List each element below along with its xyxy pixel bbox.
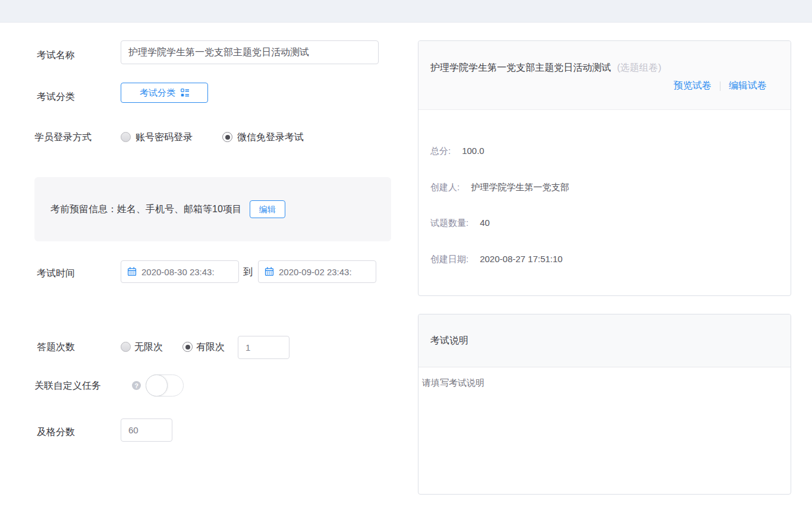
radio-account-login[interactable] bbox=[121, 132, 131, 142]
radio-limited-attempts-label[interactable]: 有限次 bbox=[196, 341, 225, 353]
exam-description-card: 考试说明 请填写考试说明 bbox=[418, 314, 791, 495]
reserved-info-text: 考前预留信息：姓名、手机号、邮箱等10项目 bbox=[51, 203, 242, 216]
preview-paper-link[interactable]: 预览试卷 bbox=[673, 80, 712, 92]
top-bar bbox=[0, 0, 812, 23]
question-count-row: 试题数量: 40 bbox=[430, 218, 490, 229]
attempts-count-input[interactable] bbox=[238, 336, 289, 359]
login-method-label: 学员登录方式 bbox=[34, 131, 92, 143]
calendar-icon bbox=[265, 267, 274, 276]
start-time-value: 2020-08-30 23:43: bbox=[141, 267, 215, 277]
radio-limited-attempts[interactable] bbox=[182, 342, 193, 352]
radio-wechat-login[interactable] bbox=[222, 132, 232, 142]
radio-wechat-login-label[interactable]: 微信免登录考试 bbox=[237, 131, 304, 143]
link-divider bbox=[720, 81, 720, 91]
question-count-value: 40 bbox=[480, 218, 490, 228]
exam-category-label: 考试分类 bbox=[37, 91, 75, 102]
end-time-picker[interactable]: 2020-09-02 23:43: bbox=[258, 260, 376, 283]
toggle-knob bbox=[146, 374, 168, 396]
category-icon bbox=[181, 89, 189, 97]
exam-description-header: 考试说明 bbox=[418, 314, 791, 367]
total-score-row: 总分: 100.0 bbox=[430, 146, 484, 157]
paper-card-header: 护理学院学生第一党支部主题党日活动测试 (选题组卷) 预览试卷 编辑试卷 bbox=[418, 41, 791, 110]
exam-name-label: 考试名称 bbox=[37, 49, 75, 61]
start-time-picker[interactable]: 2020-08-30 23:43: bbox=[121, 260, 239, 283]
total-score-label: 总分: bbox=[430, 146, 451, 157]
total-score-value: 100.0 bbox=[462, 146, 484, 156]
exam-name-input[interactable] bbox=[121, 40, 379, 64]
reserved-info-panel: 考前预留信息：姓名、手机号、邮箱等10项目 编辑 bbox=[34, 177, 391, 241]
category-button-label: 考试分类 bbox=[140, 87, 175, 99]
creator-value: 护理学院学生第一党支部 bbox=[471, 182, 569, 193]
radio-account-login-label[interactable]: 账号密码登录 bbox=[136, 131, 193, 143]
exam-description-textarea[interactable]: 请填写考试说明 bbox=[418, 367, 791, 389]
radio-unlimited-attempts-label[interactable]: 无限次 bbox=[134, 341, 163, 353]
pass-score-label: 及格分数 bbox=[37, 426, 75, 438]
creator-row: 创建人: 护理学院学生第一党支部 bbox=[430, 182, 569, 193]
created-date-label: 创建日期: bbox=[430, 254, 468, 265]
to-label: 到 bbox=[243, 266, 253, 278]
exam-category-button[interactable]: 考试分类 bbox=[121, 83, 208, 103]
help-icon[interactable] bbox=[132, 381, 141, 390]
calendar-icon bbox=[127, 267, 137, 276]
edit-paper-link[interactable]: 编辑试卷 bbox=[729, 80, 767, 92]
radio-unlimited-attempts[interactable] bbox=[121, 342, 131, 352]
exam-description-title: 考试说明 bbox=[430, 335, 468, 347]
paper-subtitle: (选题组卷) bbox=[617, 62, 662, 74]
attempts-label: 答题次数 bbox=[37, 341, 75, 353]
question-count-label: 试题数量: bbox=[430, 218, 468, 229]
created-date-row: 创建日期: 2020-08-27 17:51:10 bbox=[430, 254, 562, 265]
custom-task-toggle[interactable] bbox=[146, 374, 184, 396]
pass-score-input[interactable] bbox=[121, 418, 172, 442]
creator-label: 创建人: bbox=[430, 182, 459, 193]
paper-info-card: 护理学院学生第一党支部主题党日活动测试 (选题组卷) 预览试卷 编辑试卷 总分:… bbox=[418, 40, 791, 296]
exam-time-label: 考试时间 bbox=[37, 267, 75, 279]
created-date-value: 2020-08-27 17:51:10 bbox=[480, 254, 562, 264]
edit-reserved-info-button[interactable]: 编辑 bbox=[250, 200, 285, 218]
end-time-value: 2020-09-02 23:43: bbox=[279, 267, 352, 277]
paper-title: 护理学院学生第一党支部主题党日活动测试 bbox=[430, 62, 611, 74]
custom-task-label: 关联自定义任务 bbox=[34, 380, 101, 391]
